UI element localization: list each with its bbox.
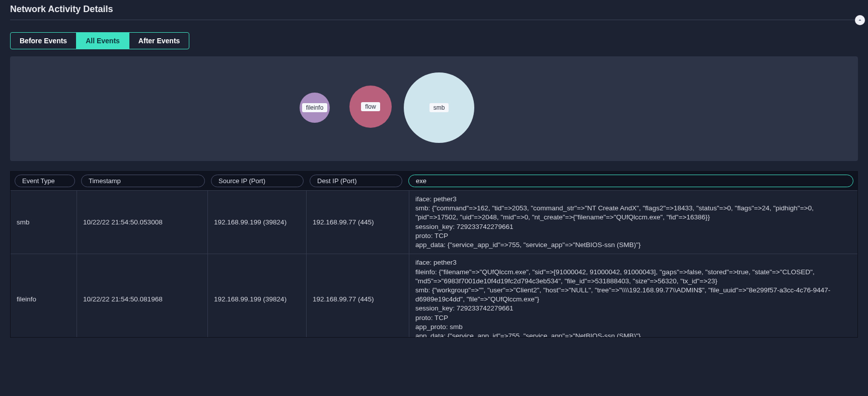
cell-event-type: fileinfo (11, 254, 77, 337)
column-filter-info-input[interactable] (408, 175, 853, 187)
cell-source-ip: 192.168.99.199 (39824) (208, 254, 307, 337)
cell-dest-ip: 192.168.99.77 (445) (307, 191, 409, 254)
page-title: Network Activity Details (10, 4, 858, 15)
tab-after-events[interactable]: After Events (129, 33, 189, 49)
bubble-label: smb (429, 103, 449, 112)
collapse-button[interactable] (855, 15, 865, 25)
bubble-label: fileinfo (302, 103, 328, 112)
tab-before-events[interactable]: Before Events (11, 33, 77, 49)
column-filter-timestamp[interactable]: Timestamp (81, 175, 205, 187)
panel-header: Network Activity Details (5, 0, 863, 25)
bubble-smb[interactable]: smb (404, 72, 474, 143)
column-filter-dest-ip[interactable]: Dest IP (Port) (310, 175, 402, 187)
cell-timestamp: 10/22/22 21:54:50.053008 (77, 191, 208, 254)
column-filter-source-ip[interactable]: Source IP (Port) (211, 175, 304, 187)
table-row[interactable]: smb10/22/22 21:54:50.053008192.168.99.19… (11, 190, 857, 254)
event-type-bubble-chart: fileinfo flow smb (10, 56, 858, 161)
cell-event-type: smb (11, 191, 77, 254)
cell-timestamp: 10/22/22 21:54:50.081968 (77, 254, 208, 337)
chevron-up-icon (857, 17, 863, 23)
events-table: Event Type Timestamp Source IP (Port) De… (10, 171, 858, 338)
table-body[interactable]: smb10/22/22 21:54:50.053008192.168.99.19… (11, 190, 857, 337)
table-row[interactable]: fileinfo10/22/22 21:54:50.081968192.168.… (11, 254, 857, 337)
bubble-flow[interactable]: flow (349, 86, 392, 128)
table-header-row: Event Type Timestamp Source IP (Port) De… (11, 172, 857, 190)
bubble-fileinfo[interactable]: fileinfo (300, 93, 330, 123)
bubble-label: flow (361, 102, 380, 111)
column-filter-event-type[interactable]: Event Type (15, 175, 75, 187)
cell-info: iface: pether3fileinfo: {"filename"=>"QU… (409, 254, 857, 337)
cell-source-ip: 192.168.99.199 (39824) (208, 191, 307, 254)
cell-dest-ip: 192.168.99.77 (445) (307, 254, 409, 337)
tab-all-events[interactable]: All Events (77, 33, 129, 49)
cell-info: iface: pether3smb: {"command"=>162, "tid… (409, 191, 857, 254)
event-scope-tabs: Before Events All Events After Events (10, 32, 189, 49)
divider (10, 20, 858, 20)
